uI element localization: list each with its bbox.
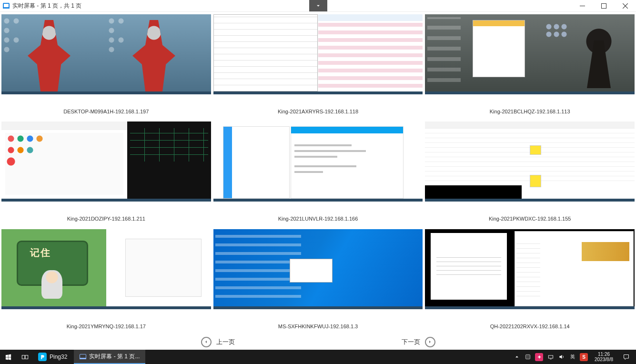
maximize-button[interactable] (593, 0, 615, 12)
tray-overflow-button[interactable] (513, 354, 520, 361)
arrow-left-icon (201, 337, 212, 347)
screen-cell: King-2021LUNVLR-192.168.1.166 (213, 121, 423, 228)
close-button[interactable] (615, 0, 636, 12)
start-button[interactable] (0, 350, 17, 364)
screen-thumbnail[interactable] (425, 121, 635, 202)
svg-rect-5 (548, 355, 553, 358)
taskbar-app-label: Ping32 (50, 354, 67, 360)
tray-ime-lang[interactable]: 英 (569, 354, 576, 361)
monitor-icon (80, 354, 86, 359)
system-taskbar: Ping32 实时屏幕 - 第 1 页... ✦ 英 S 11:26 2023/… (0, 350, 636, 364)
monitor-icon (3, 3, 10, 9)
tray-volume-icon[interactable] (558, 354, 565, 361)
next-page-button[interactable]: 下一页 (402, 336, 435, 348)
window-title: 实时屏幕 - 第 1 页，共 1 页 (12, 2, 81, 10)
svg-rect-2 (22, 355, 25, 359)
task-view-icon (21, 354, 29, 361)
screen-label: King-2021YMRYNQ-192.168.1.17 (1, 324, 211, 329)
tray-date: 2023/8/8 (595, 357, 613, 362)
task-view-button[interactable] (17, 350, 33, 364)
screen-label: King-2021LUNVLR-192.168.1.166 (213, 216, 423, 222)
screen-cell: King-2021DOZIPY-192.168.1.211 (1, 121, 211, 228)
prev-page-button[interactable]: 上一页 (201, 336, 235, 348)
next-page-label: 下一页 (402, 338, 420, 346)
window-titlebar: 实时屏幕 - 第 1 页，共 1 页 (0, 0, 636, 12)
screen-label: King-2021PKWDXC-192.168.1.155 (425, 216, 635, 222)
screen-label: MS-SXFHKINKFWUJ-192.168.1.3 (213, 324, 423, 329)
tray-app-icon[interactable] (524, 354, 531, 361)
screen-grid: DESKTOP-M099A1H-192.168.1.197 King-2021A… (1, 14, 635, 335)
screen-cell: MS-SXFHKINKFWUJ-192.168.1.3 (213, 229, 423, 335)
ping32-icon (38, 353, 47, 361)
tray-time: 11:26 (595, 352, 613, 357)
prev-page-label: 上一页 (216, 338, 235, 346)
screen-thumbnail[interactable]: 记住 (1, 229, 211, 309)
screen-cell: King-2021BCLHQZ-192.168.1.113 (425, 14, 635, 121)
chevron-down-icon (315, 2, 322, 9)
screen-thumbnail[interactable] (425, 14, 635, 94)
screen-label: King-2021BCLHQZ-192.168.1.113 (425, 109, 635, 114)
screen-label: QH-20221202RXVX-192.168.1.14 (425, 324, 635, 329)
screen-cell: King-2021AXRYRS-192.168.1.118 (213, 14, 423, 121)
screen-label: King-2021DOZIPY-192.168.1.211 (1, 216, 211, 222)
screen-cell: 记住 King-2021YMRYNQ-192.168.1.17 (1, 229, 211, 335)
taskbar-app-realtime-screen[interactable]: 实时屏幕 - 第 1 页... (74, 350, 145, 364)
screen-cell: QH-20221202RXVX-192.168.1.14 (425, 229, 635, 335)
action-center-button[interactable] (620, 354, 632, 361)
tray-network-icon[interactable] (547, 354, 554, 361)
taskbar-app-label: 实时屏幕 - 第 1 页... (89, 353, 140, 361)
windows-icon (5, 354, 12, 361)
screen-thumbnail[interactable] (213, 121, 423, 202)
svg-rect-3 (25, 355, 28, 359)
dropdown-center-button[interactable] (309, 0, 327, 11)
tray-ime-icon[interactable]: S (580, 353, 588, 361)
tray-app-icon[interactable]: ✦ (535, 353, 543, 361)
taskbar-app-ping32[interactable]: Ping32 (33, 350, 72, 364)
screen-label: DESKTOP-M099A1H-192.168.1.197 (1, 109, 211, 114)
screen-thumbnail[interactable] (1, 121, 211, 202)
svg-rect-1 (602, 4, 606, 9)
svg-rect-0 (580, 6, 585, 6)
pagination: 上一页 下一页 (0, 336, 636, 348)
screen-cell: King-2021PKWDXC-192.168.1.155 (425, 121, 635, 228)
screen-cell: DESKTOP-M099A1H-192.168.1.197 (1, 14, 211, 121)
minimize-button[interactable] (572, 0, 593, 12)
tray-clock[interactable]: 11:26 2023/8/8 (592, 352, 616, 362)
screen-thumbnail[interactable] (213, 229, 423, 309)
arrow-right-icon (425, 337, 435, 347)
screen-thumbnail[interactable] (425, 229, 635, 309)
screen-thumbnail[interactable] (213, 14, 423, 94)
system-tray: ✦ 英 S 11:26 2023/8/8 (509, 350, 636, 364)
screen-thumbnail[interactable] (1, 14, 211, 94)
svg-rect-4 (525, 354, 530, 359)
screen-label: King-2021AXRYRS-192.168.1.118 (213, 109, 423, 114)
